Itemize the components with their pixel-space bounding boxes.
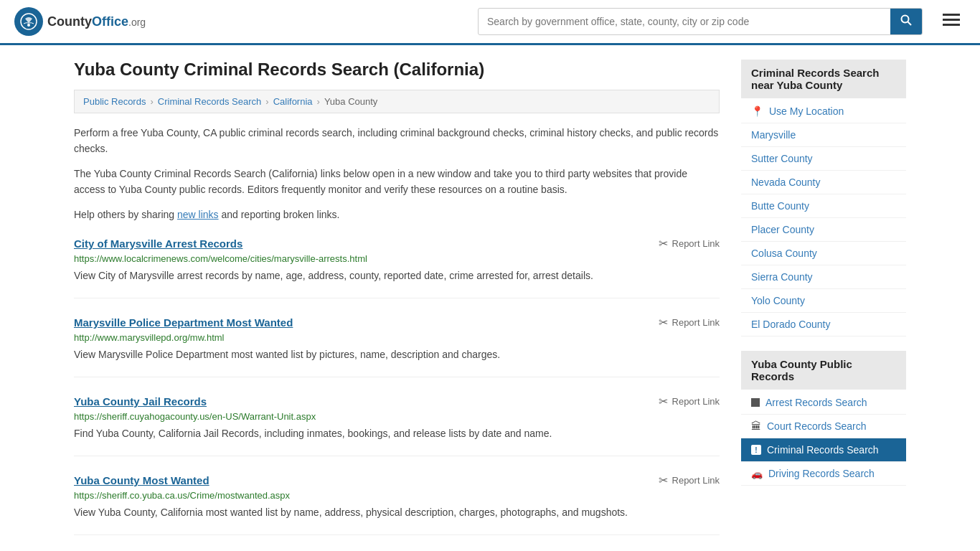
nearby-item: 📍Use My Location [741,100,906,123]
record-title[interactable]: Yuba County Jail Records [74,395,207,408]
public-record-item: !Criminal Records Search [741,438,906,462]
search-container [478,8,923,35]
breadcrumb: Public Records › Criminal Records Search… [74,90,720,113]
report-icon: ✂ [659,395,668,408]
breadcrumb-criminal-records[interactable]: Criminal Records Search [158,96,262,107]
public-record-item: Arrest Records Search [741,391,906,415]
public-records-list: Arrest Records Search🏛Court Records Sear… [741,391,906,486]
report-link-button[interactable]: ✂ Report Link [659,395,720,408]
nearby-link[interactable]: Sutter County [751,153,813,164]
nearby-link[interactable]: Sierra County [751,271,813,283]
report-link-button[interactable]: ✂ Report Link [659,316,720,329]
nearby-item: Yolo County [741,289,906,313]
report-icon: ✂ [659,237,668,250]
svg-rect-5 [943,19,960,21]
page-title: Yuba County Criminal Records Search (Cal… [74,60,720,80]
nearby-item: Butte County [741,194,906,218]
record-url: http://www.marysvillepd.org/mw.html [74,332,720,343]
breadcrumb-yuba: Yuba County [324,96,377,107]
public-record-link[interactable]: Arrest Records Search [765,397,867,408]
intro-para2: The Yuba County Criminal Records Search … [74,166,720,198]
public-record-link[interactable]: Driving Records Search [768,468,875,479]
public-record-item: 🚗Driving Records Search [741,462,906,486]
report-label: Report Link [672,475,720,486]
nearby-item: Placer County [741,218,906,242]
nearby-list: 📍Use My LocationMarysvilleSutter CountyN… [741,100,906,336]
nearby-link[interactable]: Nevada County [751,176,821,188]
record-url: https://sheriff.cuyahogacounty.us/en-US/… [74,411,720,422]
report-label: Report Link [672,238,720,249]
new-links[interactable]: new links [177,209,219,220]
breadcrumb-california[interactable]: California [273,96,313,107]
intro-para3: Help others by sharing new links and rep… [74,207,720,222]
logo[interactable]: CountyOffice.org [14,7,146,36]
building-icon: 🏛 [751,420,761,432]
nearby-link[interactable]: Colusa County [751,248,817,259]
svg-rect-4 [943,14,960,16]
breadcrumb-public-records[interactable]: Public Records [83,96,146,107]
square-icon [751,398,760,407]
record-desc: View City of Marysville arrest records b… [74,268,720,283]
svg-line-3 [908,22,912,26]
nearby-item: Marysville [741,123,906,147]
nearby-link[interactable]: Butte County [751,200,809,212]
record-desc: View Yuba County, California most wanted… [74,505,720,520]
svg-point-2 [902,16,909,23]
record-entry: Marysville Police Department Most Wanted… [74,316,720,377]
menu-button[interactable] [937,9,966,34]
record-entry: Yuba County Jail Records ✂ Report Link h… [74,395,720,456]
sidebar: Criminal Records Search near Yuba County… [741,60,906,551]
records-list: City of Marysville Arrest Records ✂ Repo… [74,237,720,535]
nearby-link[interactable]: Yolo County [751,295,805,306]
report-label: Report Link [672,396,720,407]
record-entry: Yuba County Most Wanted ✂ Report Link ht… [74,474,720,535]
record-desc: View Marysville Police Department most w… [74,347,720,362]
record-url: https://sheriff.co.yuba.ca.us/Crime/most… [74,490,720,501]
nearby-item: Colusa County [741,242,906,265]
public-record-item: 🏛Court Records Search [741,415,906,438]
report-link-button[interactable]: ✂ Report Link [659,474,720,487]
report-icon: ✂ [659,474,668,487]
nearby-item: El Dorado County [741,313,906,336]
public-record-link[interactable]: Court Records Search [767,420,867,432]
search-input[interactable] [479,10,890,33]
record-title[interactable]: City of Marysville Arrest Records [74,237,242,250]
search-button[interactable] [890,9,922,34]
nearby-link[interactable]: Placer County [751,224,814,235]
nearby-link[interactable]: Marysville [751,129,796,141]
intro-para1: Perform a free Yuba County, CA public cr… [74,125,720,157]
car-icon: 🚗 [751,468,763,479]
public-record-link[interactable]: Criminal Records Search [767,444,879,456]
logo-icon [14,7,43,36]
nearby-item: Nevada County [741,171,906,194]
record-title[interactable]: Yuba County Most Wanted [74,474,209,486]
nearby-header: Criminal Records Search near Yuba County [741,60,906,98]
report-icon: ✂ [659,316,668,329]
report-link-button[interactable]: ✂ Report Link [659,237,720,250]
record-title[interactable]: Marysville Police Department Most Wanted [74,316,293,329]
report-label: Report Link [672,317,720,328]
location-icon: 📍 [751,105,763,117]
logo-text: CountyOffice.org [47,14,146,29]
nearby-link[interactable]: El Dorado County [751,319,831,330]
nearby-link[interactable]: Use My Location [769,105,844,117]
nearby-item: Sutter County [741,147,906,171]
record-entry: City of Marysville Arrest Records ✂ Repo… [74,237,720,298]
svg-point-1 [27,24,30,27]
record-url: https://www.localcrimenews.com/welcome/c… [74,253,720,264]
public-records-header: Yuba County Public Records [741,351,906,390]
record-desc: Find Yuba County, California Jail Record… [74,426,720,441]
svg-rect-6 [943,24,960,26]
nearby-item: Sierra County [741,265,906,289]
excl-icon: ! [751,445,761,455]
